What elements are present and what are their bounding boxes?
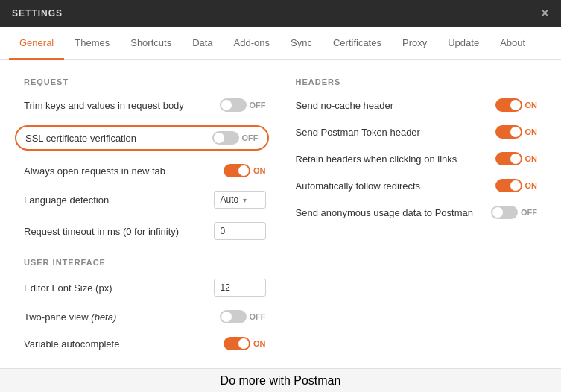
left-column: REQUEST Trim keys and values in request … — [24, 78, 266, 374]
setting-label: Two-pane view (beta) — [24, 312, 211, 323]
title-bar: SETTINGS × — [0, 0, 561, 27]
setting-row: Two-pane view (beta)OFF — [24, 310, 266, 323]
toggle-on[interactable]: ON — [495, 125, 538, 139]
setting-label: Automatically follow redirects — [296, 180, 486, 192]
tabs-bar: GeneralThemesShortcutsDataAdd-onsSyncCer… — [0, 27, 561, 60]
setting-label: Always open requests in new tab — [24, 165, 215, 177]
toggle-on[interactable]: ON — [495, 152, 538, 165]
request-section-title: REQUEST — [24, 78, 266, 86]
setting-label: Language detection — [24, 195, 205, 206]
input-field[interactable] — [214, 222, 266, 240]
setting-label: Retain headers when clicking on links — [296, 154, 486, 165]
tab-proxy[interactable]: Proxy — [392, 27, 437, 60]
headers-section-title: HEADERS — [296, 78, 538, 86]
setting-row: Editor Font Size (px) — [24, 279, 266, 297]
setting-row: Automatically follow redirectsON — [296, 179, 538, 192]
tab-shortcuts[interactable]: Shortcuts — [120, 27, 182, 60]
settings-content: REQUEST Trim keys and values in request … — [0, 60, 561, 392]
setting-label: Request timeout in ms (0 for infinity) — [24, 226, 205, 237]
tab-certificates[interactable]: Certificates — [323, 27, 392, 60]
setting-row: Request timeout in ms (0 for infinity) — [24, 222, 266, 240]
ssl-setting-row: SSL certificate verificationOFF — [15, 125, 269, 151]
setting-row: Retain headers when clicking on linksON — [296, 152, 538, 165]
setting-row: Language detectionAuto▾ — [24, 191, 266, 209]
setting-label: Editor Font Size (px) — [24, 282, 205, 294]
setting-label: Send anonymous usage data to Postman — [296, 207, 483, 218]
setting-row: Variable autocompleteON — [24, 337, 266, 350]
setting-label: SSL certificate verification — [25, 133, 203, 144]
tab-about[interactable]: About — [489, 27, 536, 60]
setting-row: Send no-cache headerON — [296, 98, 538, 112]
setting-label: Send Postman Token header — [296, 127, 486, 138]
close-icon[interactable]: × — [542, 7, 549, 20]
tab-themes[interactable]: Themes — [64, 27, 120, 60]
select-Auto[interactable]: Auto▾ — [214, 191, 266, 209]
tab-addons[interactable]: Add-ons — [224, 27, 280, 60]
tab-update[interactable]: Update — [437, 27, 489, 60]
setting-label: Trim keys and values in request body — [24, 100, 211, 111]
ui-section-title: USER INTERFACE — [24, 258, 266, 267]
input-field[interactable] — [214, 279, 266, 297]
tab-data[interactable]: Data — [182, 27, 223, 60]
toggle-on[interactable]: ON — [495, 98, 538, 112]
right-column: HEADERS Send no-cache headerONSend Postm… — [296, 78, 538, 374]
tab-sync[interactable]: Sync — [280, 27, 323, 60]
bottom-bar: Do more with Postman — [0, 368, 561, 392]
toggle-off[interactable]: OFF — [220, 310, 266, 323]
toggle-on[interactable]: ON — [224, 337, 266, 350]
toggle-on[interactable]: ON — [224, 164, 266, 177]
settings-title: SETTINGS — [12, 8, 63, 19]
setting-row: Send anonymous usage data to PostmanOFF — [296, 206, 538, 219]
toggle-off[interactable]: OFF — [491, 206, 537, 219]
setting-label: Send no-cache header — [296, 100, 486, 111]
bottom-bar-text: Do more with Postman — [221, 374, 341, 388]
setting-row: Trim keys and values in request bodyOFF — [24, 98, 266, 112]
setting-label: Variable autocomplete — [24, 338, 215, 350]
setting-row: Send Postman Token headerON — [296, 125, 538, 139]
toggle-off[interactable]: OFF — [212, 131, 259, 145]
setting-row: Always open requests in new tabON — [24, 164, 266, 177]
tab-general[interactable]: General — [9, 27, 64, 60]
toggle-on[interactable]: ON — [495, 179, 538, 192]
toggle-off[interactable]: OFF — [220, 98, 266, 112]
